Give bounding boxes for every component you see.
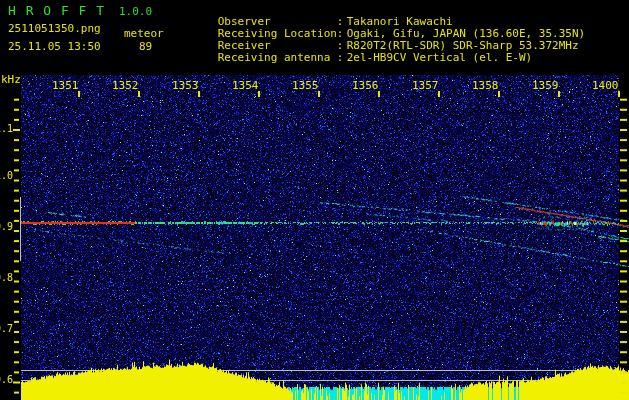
datetime-label: 25.11.05 13:50 <box>8 41 101 52</box>
text-layer: H R O F F T 1.0.0 2511051350.png meteor … <box>0 0 629 400</box>
y-tick-label: 1.0 <box>0 171 13 181</box>
app-title: H R O F F T <box>8 4 105 17</box>
x-tick-label: 1351 <box>52 80 78 91</box>
echo-count: 89 <box>139 41 152 52</box>
app-version: 1.0.0 <box>119 6 152 17</box>
x-tick-label: 1355 <box>292 80 318 91</box>
separator: : <box>337 52 347 63</box>
station-value: 2el-HB9CV Vertical (el. E-W) <box>347 51 532 64</box>
y-tick-label: 0.9 <box>0 222 13 232</box>
y-tick-label: 1.1 <box>0 124 13 134</box>
x-tick-label: 1400 <box>592 80 618 91</box>
station-label: Receiving antenna <box>218 52 337 63</box>
x-tick-label: 1354 <box>232 80 258 91</box>
mode-label: meteor <box>124 28 164 39</box>
station-row-antenna: Receiving antenna:2el-HB9CV Vertical (el… <box>178 41 532 74</box>
x-tick-label: 1358 <box>472 80 498 91</box>
x-tick-label: 1359 <box>532 80 558 91</box>
y-tick-label: 0.6 <box>0 375 13 385</box>
x-tick-label: 1357 <box>412 80 438 91</box>
x-tick-label: 1356 <box>352 80 378 91</box>
output-filename: 2511051350.png <box>8 23 101 34</box>
x-tick-label: 1353 <box>172 80 198 91</box>
hrofft-screen: H R O F F T 1.0.0 2511051350.png meteor … <box>0 0 629 400</box>
y-axis-title: kHz <box>1 74 21 85</box>
x-tick-label: 1352 <box>112 80 138 91</box>
y-tick-label: 0.8 <box>0 273 13 283</box>
y-tick-label: 0.7 <box>0 324 13 334</box>
